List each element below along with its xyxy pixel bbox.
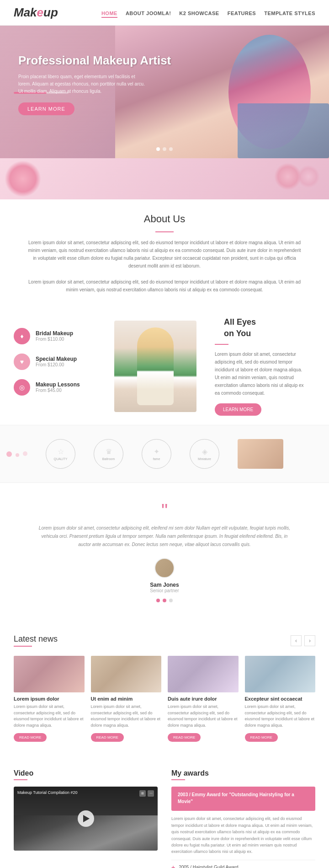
news-header: Latest news ‹ › xyxy=(14,634,315,647)
news-text-1: Lorem ipsum dolor sit amet, consectetur … xyxy=(14,704,85,729)
news-title-line xyxy=(14,646,32,647)
hero-section: Professional Makeup Artist Proin placera… xyxy=(0,26,329,158)
video-thumbnail[interactable]: Makeup Tutorial Compilation #20 ⊞ ⋯ xyxy=(14,787,158,851)
video-label-text: Makeup Tutorial Compilation #20 xyxy=(17,790,78,795)
testimonial-avatar xyxy=(154,558,175,578)
video-ctrl-1[interactable]: ⊞ xyxy=(139,790,146,797)
nav-features[interactable]: FEATURES xyxy=(228,11,256,16)
video-awards-section: Video Makeup Tutorial Compilation #20 ⊞ … xyxy=(0,755,329,868)
awards-section: My awards 2003 / Emmy Award for "Outstan… xyxy=(171,769,315,868)
services-section: ♦ Bridal Makeup From $110.00 ♥ Special M… xyxy=(0,307,329,425)
news-nav-arrows: ‹ › xyxy=(291,635,315,646)
news-card-1: Lorem ipsum dolor Lorem ipsum dolor sit … xyxy=(14,656,85,742)
news-prev-arrow[interactable]: ‹ xyxy=(291,635,302,646)
service-item-special[interactable]: ♥ Special Makeup From $120.00 xyxy=(14,354,105,370)
news-card-3: Duis aute irure dolor Lorem ipsum dolor … xyxy=(168,656,239,742)
service-special-price: From $120.00 xyxy=(36,362,77,367)
news-text-2: Lorem ipsum dolor sit amet, consectetur … xyxy=(91,704,162,729)
news-img-3 xyxy=(168,656,239,692)
brand-quality: ☆ QUALITY xyxy=(46,439,75,469)
service-bridal-price: From $110.00 xyxy=(36,337,73,342)
about-text-2: Lorem ipsum dolor sit amet, consectetur … xyxy=(27,278,302,294)
testimonial-quote: Lorem ipsum dolor sit amet, consectetur … xyxy=(37,524,292,549)
brand-ballroom: ♛ Ballroom xyxy=(94,439,123,469)
news-img-4 xyxy=(245,656,316,692)
news-img-1 xyxy=(14,656,85,692)
play-icon xyxy=(83,815,90,822)
video-section: Video Makeup Tutorial Compilation #20 ⊞ … xyxy=(14,769,158,868)
brand-logo[interactable]: Makeup xyxy=(14,5,58,20)
hero-dots xyxy=(156,147,173,151)
service-lessons-price: From $45.00 xyxy=(36,388,80,393)
bridal-icon: ♦ xyxy=(14,328,30,344)
video-title: Video xyxy=(14,769,158,777)
news-title-1: Lorem ipsum dolor xyxy=(14,696,85,702)
service-item-lessons[interactable]: ◎ Makeup Lessons From $45.00 xyxy=(14,379,105,396)
t-dot-3[interactable] xyxy=(169,599,173,602)
eyes-description: Lorem ipsum dolor sit amet, consectetur … xyxy=(215,350,306,397)
nav-home[interactable]: HOME xyxy=(101,11,117,18)
news-img-2 xyxy=(91,656,162,692)
video-controls: ⊞ ⋯ xyxy=(139,790,154,797)
about-section: About Us Lorem ipsum dolor sit amet, con… xyxy=(0,199,329,307)
navigation: Makeup HOME ABOUT JOOMLA! K2 SHOWCASE FE… xyxy=(0,0,329,26)
service-lessons-name: Makeup Lessons xyxy=(36,381,80,388)
play-button[interactable] xyxy=(78,810,94,827)
nav-k2[interactable]: K2 SHOWCASE xyxy=(179,11,219,16)
news-card-2: Ut enim ad minim Lorem ipsum dolor sit a… xyxy=(91,656,162,742)
news-text-3: Lorem ipsum dolor sit amet, consectetur … xyxy=(168,704,239,729)
awards-divider xyxy=(171,779,185,780)
nav-template-styles[interactable]: TEMPLATE STYLES xyxy=(264,11,315,16)
award-year: 2003 / Emmy Award for "Outstanding Hairs… xyxy=(178,791,309,805)
service-item-bridal[interactable]: ♦ Bridal Makeup From $110.00 xyxy=(14,328,105,344)
award-description: Lorem ipsum dolor sit amet, consectetur … xyxy=(171,815,315,855)
news-next-arrow[interactable]: › xyxy=(304,635,315,646)
service-special-name: Special Makeup xyxy=(36,356,77,362)
special-icon: ♥ xyxy=(14,354,30,370)
brand-fame: ✦ fame xyxy=(142,439,171,469)
hero-dot-3[interactable] xyxy=(169,147,173,151)
brushes-image xyxy=(238,439,283,469)
lessons-icon: ◎ xyxy=(14,379,30,396)
nav-about-joomla[interactable]: ABOUT JOOMLA! xyxy=(126,11,171,16)
brands-section: ☆ QUALITY ♛ Ballroom ✦ fame ◈ Miniature xyxy=(0,425,329,483)
about-divider xyxy=(155,231,174,232)
news-title-2: Ut enim ad minim xyxy=(91,696,162,702)
news-title-4: Excepteur sint occaecat xyxy=(245,696,316,702)
testimonial-role: Senior partner xyxy=(37,588,292,593)
about-text-1: Lorem ipsum dolor sit amet, consectetur … xyxy=(27,239,302,270)
testimonial-name: Sam Jones xyxy=(37,582,292,588)
video-divider xyxy=(14,779,27,780)
news-read-more-4[interactable]: READ MORE xyxy=(245,733,278,742)
t-dot-2[interactable] xyxy=(163,599,166,602)
hero-dot-1[interactable] xyxy=(156,147,160,151)
news-read-more-1[interactable]: READ MORE xyxy=(14,733,47,742)
news-read-more-3[interactable]: READ MORE xyxy=(168,733,201,742)
news-read-more-2[interactable]: READ MORE xyxy=(91,733,124,742)
eyes-on-you-section: All Eyes on You Lorem ipsum dolor sit am… xyxy=(206,316,315,416)
award-featured: 2003 / Emmy Award for "Outstanding Hairs… xyxy=(171,787,315,811)
eyes-divider xyxy=(215,344,228,345)
news-title-3: Duis aute irure dolor xyxy=(168,696,239,702)
nav-menu: HOME ABOUT JOOMLA! K2 SHOWCASE FEATURES … xyxy=(101,9,315,17)
news-grid: Lorem ipsum dolor Lorem ipsum dolor sit … xyxy=(14,656,315,742)
video-ctrl-2[interactable]: ⋯ xyxy=(148,790,154,797)
service-bridal-name: Bridal Makeup xyxy=(36,330,73,337)
about-banner xyxy=(0,158,329,199)
latest-news-section: Latest news ‹ › Lorem ipsum dolor Lorem … xyxy=(0,621,329,755)
news-card-4: Excepteur sint occaecat Lorem ipsum dolo… xyxy=(245,656,316,742)
brand-miniature: ◈ Miniature xyxy=(190,439,219,469)
hero-dot-2[interactable] xyxy=(163,147,166,151)
hero-title: Professional Makeup Artist xyxy=(18,53,311,69)
award-item-1[interactable]: + 2005 / Hairstylist Guild Award xyxy=(171,860,315,868)
quote-icon: " xyxy=(37,501,292,520)
awards-title: My awards xyxy=(171,769,315,777)
testimonial-dots xyxy=(37,599,292,602)
award-label-1: 2005 / Hairstylist Guild Award xyxy=(179,865,238,868)
eyes-cta-button[interactable]: LEARN MORE xyxy=(215,403,261,416)
t-dot-1[interactable] xyxy=(156,599,160,602)
hero-description: Proin placerat libero quam, eget element… xyxy=(18,73,146,95)
hero-cta-button[interactable]: LEARN MORE xyxy=(18,102,74,115)
model-image xyxy=(114,321,196,412)
services-list: ♦ Bridal Makeup From $110.00 ♥ Special M… xyxy=(14,328,105,405)
